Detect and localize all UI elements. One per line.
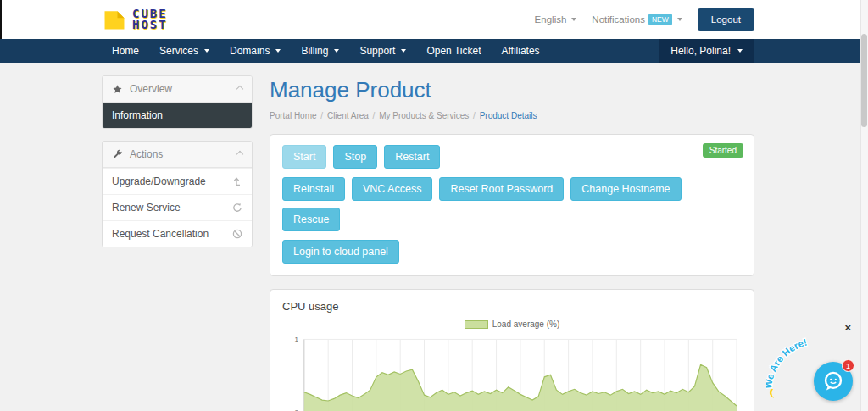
- logout-button[interactable]: Logout: [698, 8, 754, 31]
- chat-widget: × We Are Here! 1: [766, 325, 854, 403]
- nav-item-services[interactable]: Services: [149, 39, 220, 63]
- overview-panel: Overview Information: [102, 75, 253, 129]
- nav-item-affiliates[interactable]: Affiliates: [491, 39, 549, 63]
- actions-panel-title: Actions: [130, 148, 163, 160]
- actions-panel: Actions Upgrade/Downgrade Renew Service …: [102, 141, 253, 247]
- breadcrumb-portal-home[interactable]: Portal Home: [270, 111, 327, 120]
- caret-down-icon: [334, 49, 339, 53]
- wrench-icon: [112, 149, 123, 160]
- reset-root-password-button[interactable]: Reset Root Password: [439, 177, 564, 201]
- legend-swatch: [465, 320, 488, 329]
- nav-item-domains[interactable]: Domains: [220, 39, 291, 63]
- user-menu[interactable]: Hello, Polina!: [659, 39, 754, 63]
- sidebar-item-renew-service[interactable]: Renew Service: [103, 194, 252, 220]
- chevron-up-icon: [236, 151, 243, 158]
- logo-text-line2: HOST: [132, 19, 168, 31]
- status-badge: Started: [703, 143, 743, 158]
- language-selector[interactable]: English: [535, 14, 577, 25]
- breadcrumb-product-details: Product Details: [480, 111, 537, 120]
- sidebar-item-information[interactable]: Information: [103, 103, 252, 128]
- caret-down-icon: [401, 49, 406, 53]
- caret-down-icon: [204, 49, 209, 53]
- chat-arc-textpath: We Are Here!: [766, 337, 808, 390]
- caret-down-icon: [677, 18, 682, 21]
- star-icon: [112, 84, 123, 95]
- chat-decoration-crescent: [770, 389, 774, 398]
- chart-title: CPU usage: [282, 300, 742, 313]
- window-edge: [0, 0, 2, 39]
- svg-text:We Are Here!: We Are Here!: [766, 337, 808, 390]
- nav-item-home[interactable]: Home: [102, 39, 149, 63]
- svg-text:1: 1: [294, 336, 298, 343]
- overview-panel-header[interactable]: Overview: [103, 76, 252, 103]
- notifications-menu[interactable]: Notifications NEW: [592, 14, 682, 25]
- sidebar: Overview Information Actions Upgrade/Dow…: [102, 75, 253, 411]
- overview-panel-title: Overview: [130, 83, 172, 95]
- nav-item-open-ticket[interactable]: Open Ticket: [416, 39, 491, 63]
- language-label: English: [535, 14, 567, 25]
- sidebar-item-upgrade-downgrade[interactable]: Upgrade/Downgrade: [103, 168, 252, 194]
- ban-icon: [232, 229, 242, 239]
- cpu-usage-card: CPU usage Load average (%) 0109:56:3209:…: [270, 289, 754, 411]
- notifications-label: Notifications: [592, 14, 645, 25]
- login-cloud-panel-button[interactable]: Login to cloud panel: [282, 240, 399, 264]
- nav-item-support[interactable]: Support: [349, 39, 416, 63]
- chart-legend: Load average (%): [282, 319, 742, 329]
- logo-icon: [102, 7, 127, 32]
- breadcrumb-client-area[interactable]: Client Area: [327, 111, 379, 120]
- vnc-access-button[interactable]: VNC Access: [352, 177, 432, 201]
- start-button[interactable]: Start: [282, 145, 326, 169]
- level-up-icon: [232, 176, 242, 186]
- legend-label: Load average (%): [492, 319, 560, 329]
- breadcrumb: Portal HomeClient AreaMy Products & Serv…: [270, 111, 754, 120]
- restart-button[interactable]: Restart: [384, 145, 440, 169]
- caret-down-icon: [571, 18, 576, 21]
- reinstall-button[interactable]: Reinstall: [282, 177, 345, 201]
- page-scrollbar: [860, 0, 868, 411]
- page-title: Manage Product: [270, 77, 754, 103]
- breadcrumb-my-products[interactable]: My Products & Services: [379, 111, 480, 120]
- chat-open-button[interactable]: 1: [814, 362, 853, 401]
- actions-panel-header[interactable]: Actions: [103, 142, 252, 168]
- caret-down-icon: [737, 49, 743, 53]
- scrollbar-thumb[interactable]: [861, 34, 867, 127]
- top-header: CUBE HOST English Notifications NEW Logo…: [0, 0, 868, 39]
- notifications-new-badge: NEW: [648, 14, 672, 25]
- chat-bubble-icon: [822, 370, 844, 392]
- logo[interactable]: CUBE HOST: [102, 7, 168, 32]
- rescue-button[interactable]: Rescue: [282, 208, 340, 231]
- main-navbar: Home Services Domains Billing Support Op…: [0, 39, 868, 63]
- stop-button[interactable]: Stop: [333, 145, 377, 169]
- chat-close-button[interactable]: ×: [844, 321, 851, 334]
- sidebar-item-request-cancellation[interactable]: Request Cancellation: [103, 220, 252, 247]
- refresh-icon: [232, 203, 242, 213]
- nav-item-billing[interactable]: Billing: [291, 39, 349, 63]
- cpu-chart: 0109:56:3209:56:4809:57:0409:57:2009:57:…: [282, 332, 742, 411]
- chevron-up-icon: [236, 86, 243, 92]
- chat-unread-badge: 1: [842, 359, 854, 372]
- server-controls-card: Started Start Stop Restart Reinstall VNC…: [270, 134, 754, 276]
- caret-down-icon: [275, 49, 281, 53]
- change-hostname-button[interactable]: Change Hostname: [570, 177, 681, 201]
